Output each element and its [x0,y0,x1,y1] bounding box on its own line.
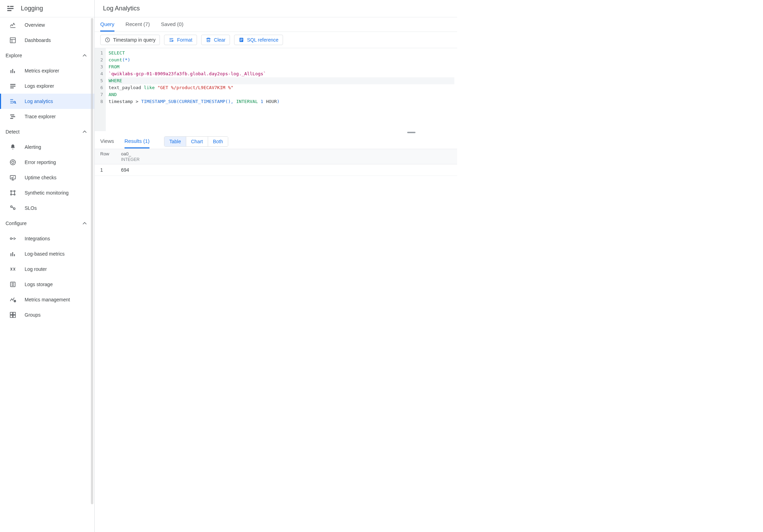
clear-button[interactable]: Clear [201,35,230,45]
sidebar-section-configure[interactable]: Configure [0,216,94,231]
sidebar-item-label: Uptime checks [25,175,57,180]
svg-rect-39 [240,41,242,41]
sidebar-item-log-analytics[interactable]: Log analytics [0,94,94,109]
view-toggle-both[interactable]: Both [208,137,228,146]
sidebar-scrollbar[interactable] [91,18,93,504]
code-line: SELECT [109,50,454,57]
view-toggle-table[interactable]: Table [164,137,186,146]
query-tab-saved[interactable]: Saved (0) [161,18,183,32]
page-header: Log Analytics [95,0,457,17]
sidebar-item-metrics-explorer[interactable]: Metrics explorer [0,63,94,78]
main: Log Analytics QueryRecent (7)Saved (0) T… [95,0,457,532]
sidebar-item-alerting[interactable]: Alerting [0,139,94,155]
sidebar-item-integrations[interactable]: Integrations [0,231,94,246]
tab-views[interactable]: Views [100,135,114,148]
sidebar-item-label: Metrics management [25,297,70,302]
editor-resize-handle[interactable] [95,131,457,134]
sidebar-section-explore[interactable]: Explore [0,48,94,63]
sidebar-item-label: Metrics explorer [25,68,59,74]
sql-editor[interactable]: 12345678 SELECTcount(*)FROM`qwiklabs-gcp… [95,48,457,131]
sidebar-item-trace-explorer[interactable]: Trace explorer [0,109,94,124]
query-tab-query[interactable]: Query [100,18,114,32]
uptime-icon [9,174,16,181]
sidebar-section-label: Explore [6,53,22,58]
sidebar-item-label: Dashboards [25,37,51,43]
sidebar-item-log-router[interactable]: Log router [0,261,94,277]
svg-rect-38 [240,40,243,40]
results-header: Row oa0_ INTEGER [95,149,457,164]
svg-point-24 [10,238,12,240]
sql-reference-button[interactable]: SQL reference [234,35,283,45]
error-icon [9,159,16,166]
sidebar-item-label: Alerting [25,144,41,150]
sidebar-item-label: Error reporting [25,160,56,165]
sidebar-item-label: Synthetic monitoring [25,190,69,196]
sidebar-item-uptime-checks[interactable]: Uptime checks [0,170,94,185]
overview-icon [9,22,16,28]
code-line: WHERE [109,77,454,84]
sidebar-item-label: Logs storage [25,282,53,287]
resize-grip-icon [407,132,415,133]
svg-rect-4 [10,38,16,43]
view-toggle-chart[interactable]: Chart [186,137,208,146]
sidebar-nav: OverviewDashboardsExploreMetrics explore… [0,17,94,323]
code-line: FROM [109,63,454,70]
format-button[interactable]: Format [164,35,197,45]
chevron-up-icon [81,128,88,135]
timestamp-chip[interactable]: Timestamp in query [100,35,160,45]
metrics-mgmt-icon [9,296,16,303]
sidebar-item-logs-storage[interactable]: Logs storage [0,277,94,292]
sidebar-item-slos[interactable]: SLOs [0,200,94,216]
svg-rect-30 [10,312,13,315]
sidebar-title: Logging [21,5,43,12]
col-header-row: Row [100,151,121,162]
svg-rect-0 [7,6,9,7]
svg-rect-6 [12,69,13,73]
editor-code[interactable]: SELECTcount(*)FROM`qwiklabs-gcp-01-8909a… [106,48,457,131]
sidebar-item-logs-explorer[interactable]: Logs explorer [0,78,94,94]
sidebar-item-synthetic-monitoring[interactable]: Synthetic monitoring [0,185,94,200]
trash-icon [206,37,211,43]
sidebar-item-label: SLOs [25,205,37,211]
sidebar-item-dashboards[interactable]: Dashboards [0,33,94,48]
clear-button-label: Clear [214,37,225,43]
svg-rect-12 [10,114,15,115]
router-icon [9,266,16,273]
svg-point-16 [12,161,14,164]
doc-icon [239,37,244,43]
sidebar-item-metrics-management[interactable]: Metrics management [0,292,94,307]
sidebar-item-log-based-metrics[interactable]: Log-based metrics [0,246,94,261]
sidebar-item-groups[interactable]: Groups [0,307,94,323]
svg-point-15 [10,160,16,165]
code-line: `qwiklabs-gcp-01-8909a23fa3fb.global.day… [109,70,454,77]
sidebar-item-overview[interactable]: Overview [0,17,94,33]
sidebar-item-label: Trace explorer [25,114,56,119]
query-tab-recent[interactable]: Recent (7) [126,18,150,32]
editor-toolbar: Timestamp in query Format Clear SQL refe… [95,32,457,48]
svg-point-11 [14,101,16,103]
storage-icon [9,281,16,288]
svg-rect-8 [10,84,16,85]
format-icon [169,37,174,43]
cell-row-num: 1 [100,167,121,173]
table-row[interactable]: 1694 [95,164,457,176]
sidebar-item-label: Log-based metrics [25,251,65,257]
code-line: text_payload like "GET %/product/L9ECAV7… [109,84,454,91]
svg-rect-26 [12,252,13,256]
integrations-icon [9,235,16,242]
clock-icon [105,37,110,43]
bars-icon [9,250,16,257]
col-type: INTEGER [121,157,452,162]
svg-rect-14 [10,118,13,119]
sidebar-item-error-reporting[interactable]: Error reporting [0,155,94,170]
sidebar-item-label: Log analytics [25,98,53,104]
logging-icon [6,5,15,13]
svg-rect-5 [10,70,11,73]
svg-rect-7 [14,71,15,73]
sidebar-section-detect[interactable]: Detect [0,124,94,139]
tab-results[interactable]: Results (1) [125,135,150,148]
cell-value: 694 [121,167,452,173]
logs-icon [9,83,16,89]
svg-rect-33 [13,315,16,318]
svg-rect-32 [10,315,13,318]
